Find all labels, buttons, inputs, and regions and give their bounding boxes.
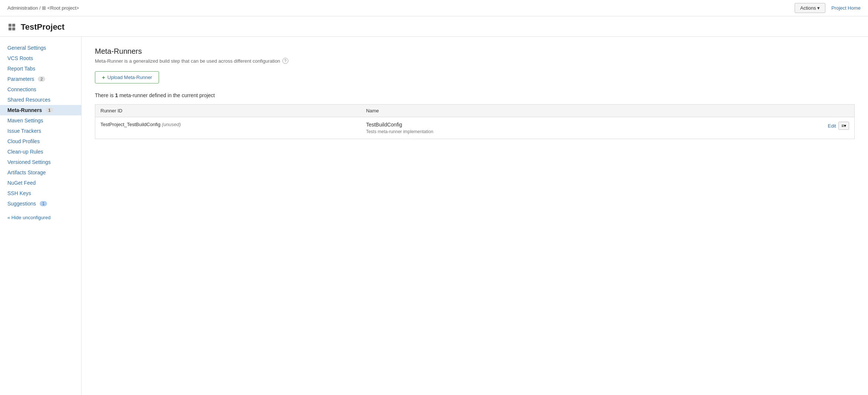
layout: General Settings VCS Roots Report Tabs P… [0, 37, 868, 395]
runner-name: TestBuildConfig [366, 122, 433, 128]
row-dropdown-button[interactable]: ≡ ▾ [838, 122, 849, 130]
sidebar-item-parameters[interactable]: Parameters 2 [0, 74, 81, 84]
sidebar-item-connections[interactable]: Connections [0, 84, 81, 95]
breadcrumb: Administration / ⊞ <Root project> [7, 5, 79, 11]
list-icon: ≡ [841, 123, 844, 128]
sidebar-item-cloud-profiles[interactable]: Cloud Profiles [0, 136, 81, 147]
actions-button[interactable]: Actions ▾ [795, 3, 825, 13]
plus-icon: + [102, 74, 105, 80]
chevron-down-icon: ▾ [844, 123, 846, 128]
sidebar-item-report-tabs[interactable]: Report Tabs [0, 63, 81, 74]
runner-info: TestBuildConfig Tests meta-runner implem… [366, 122, 433, 134]
col-runner-id: Runner ID [95, 105, 361, 117]
sidebar-item-suggestions[interactable]: Suggestions 1 [0, 198, 81, 209]
topbar-right: Actions ▾ Project Home [795, 3, 861, 13]
runner-name-cell: TestBuildConfig Tests meta-runner implem… [361, 117, 855, 139]
runner-unused-label: (unused) [162, 122, 180, 127]
sidebar-item-vcs-roots[interactable]: VCS Roots [0, 53, 81, 63]
project-home-link[interactable]: Project Home [831, 5, 861, 11]
sidebar-item-meta-runners[interactable]: Meta-Runners 1 [0, 105, 81, 115]
hide-unconfigured-link[interactable]: « Hide unconfigured [0, 209, 81, 226]
section-title: Meta-Runners [95, 47, 855, 56]
suggestions-badge: 1 [40, 201, 47, 206]
runner-id: TestProject_TestBuildConfig [100, 122, 160, 127]
topbar: Administration / ⊞ <Root project> Action… [0, 0, 868, 16]
help-icon[interactable]: ? [282, 58, 288, 64]
sidebar-item-general-settings[interactable]: General Settings [0, 43, 81, 53]
breadcrumb-sep: / [39, 5, 41, 11]
meta-runners-badge: 1 [46, 108, 53, 113]
sidebar-item-versioned-settings[interactable]: Versioned Settings [0, 157, 81, 167]
sidebar: General Settings VCS Roots Report Tabs P… [0, 37, 82, 395]
summary-text: There is 1 meta-runner defined in the cu… [95, 92, 855, 98]
sidebar-item-issue-trackers[interactable]: Issue Trackers [0, 126, 81, 136]
meta-runners-table: Runner ID Name TestProject_TestBuildConf… [95, 104, 855, 139]
sidebar-item-shared-resources[interactable]: Shared Resources [0, 95, 81, 105]
row-actions: Edit ≡ ▾ [828, 122, 849, 130]
breadcrumb-admin: Administration [7, 5, 38, 11]
edit-link[interactable]: Edit [828, 123, 836, 129]
page-title: TestProject [21, 22, 64, 32]
table-row: TestProject_TestBuildConfig (unused) Tes… [95, 117, 855, 139]
sidebar-item-clean-up-rules[interactable]: Clean-up Rules [0, 147, 81, 157]
breadcrumb-root: ⊞ <Root project> [42, 5, 79, 11]
page-header: TestProject [0, 16, 868, 37]
svg-rect-0 [9, 24, 11, 27]
sidebar-item-artifacts-storage[interactable]: Artifacts Storage [0, 167, 81, 178]
parameters-badge: 2 [38, 76, 45, 82]
upload-meta-runner-button[interactable]: + Upload Meta-Runner [95, 71, 159, 83]
runner-description: Tests meta-runner implementation [366, 129, 433, 134]
sidebar-item-nuget-feed[interactable]: NuGet Feed [0, 178, 81, 188]
sidebar-item-ssh-keys[interactable]: SSH Keys [0, 188, 81, 198]
col-name: Name [361, 105, 855, 117]
svg-rect-3 [12, 27, 15, 30]
project-icon [7, 23, 16, 32]
svg-rect-2 [9, 27, 11, 30]
runner-id-cell: TestProject_TestBuildConfig (unused) [95, 117, 361, 139]
sidebar-item-maven-settings[interactable]: Maven Settings [0, 115, 81, 126]
main-content: Meta-Runners Meta-Runner is a generalize… [82, 37, 868, 395]
section-description: Meta-Runner is a generalized build step … [95, 58, 855, 64]
svg-rect-1 [12, 24, 15, 27]
